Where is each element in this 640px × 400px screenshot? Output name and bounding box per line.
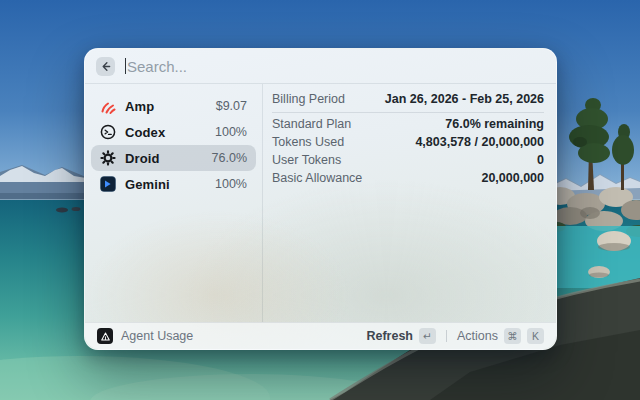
detail-value: 20,000,000: [481, 171, 544, 185]
amp-icon: [100, 98, 116, 114]
app-name: Agent Usage: [121, 329, 193, 343]
detail-label: Standard Plan: [272, 117, 351, 131]
agent-name: Amp: [125, 99, 207, 114]
k-keycap: K: [527, 328, 544, 344]
standard-plan-row: Standard Plan 76.0% remaining: [272, 115, 544, 133]
detail-label: Tokens Used: [272, 135, 344, 149]
list-item-amp[interactable]: Amp $9.07: [91, 93, 256, 119]
basic-allowance-row: Basic Allowance 20,000,000: [272, 169, 544, 187]
detail-value: 76.0% remaining: [445, 117, 544, 131]
footer-bar: Agent Usage Refresh ↵ Actions ⌘ K: [85, 322, 556, 349]
actions-label: Actions: [457, 329, 498, 343]
agent-name: Gemini: [125, 177, 206, 192]
detail-value: 0: [537, 153, 544, 167]
list-item-droid[interactable]: Droid 76.0%: [91, 145, 256, 171]
tokens-used-row: Tokens Used 4,803,578 / 20,000,000: [272, 133, 544, 151]
droid-icon: [100, 150, 116, 166]
detail-value: 4,803,578 / 20,000,000: [415, 135, 544, 149]
detail-label: User Tokens: [272, 153, 341, 167]
agent-value: 76.0%: [212, 151, 247, 165]
footer-divider: [446, 330, 447, 342]
refresh-label: Refresh: [366, 329, 413, 343]
agent-usage-window: Search... Amp $9.07: [84, 48, 557, 350]
agent-value: $9.07: [216, 99, 247, 113]
agent-list: Amp $9.07 Codex 100%: [85, 84, 263, 322]
agent-name: Codex: [125, 125, 206, 140]
agent-name: Droid: [125, 151, 203, 166]
agent-value: 100%: [215, 125, 247, 139]
cmd-keycap: ⌘: [504, 328, 521, 344]
detail-label: Billing Period: [272, 92, 345, 106]
agent-value: 100%: [215, 177, 247, 191]
search-input[interactable]: Search...: [125, 49, 545, 83]
back-button[interactable]: [96, 57, 115, 76]
billing-period-row: Billing Period Jan 26, 2026 - Feb 25, 20…: [272, 88, 544, 109]
search-placeholder: Search...: [127, 58, 187, 75]
list-item-gemini[interactable]: Gemini 100%: [91, 171, 256, 197]
codex-icon: [100, 124, 116, 140]
detail-label: Basic Allowance: [272, 171, 362, 185]
user-tokens-row: User Tokens 0: [272, 151, 544, 169]
agent-usage-icon: [97, 328, 113, 344]
list-item-codex[interactable]: Codex 100%: [91, 119, 256, 145]
search-bar: Search...: [85, 49, 556, 84]
divider: [272, 112, 544, 113]
actions-button[interactable]: Actions ⌘ K: [457, 328, 544, 344]
text-caret: [125, 58, 126, 74]
detail-value: Jan 26, 2026 - Feb 25, 2026: [385, 92, 544, 106]
return-keycap: ↵: [419, 328, 436, 344]
back-arrow-icon: [100, 61, 111, 72]
gemini-icon: [100, 176, 116, 192]
refresh-button[interactable]: Refresh ↵: [366, 328, 436, 344]
details-panel: Billing Period Jan 26, 2026 - Feb 25, 20…: [263, 84, 556, 322]
